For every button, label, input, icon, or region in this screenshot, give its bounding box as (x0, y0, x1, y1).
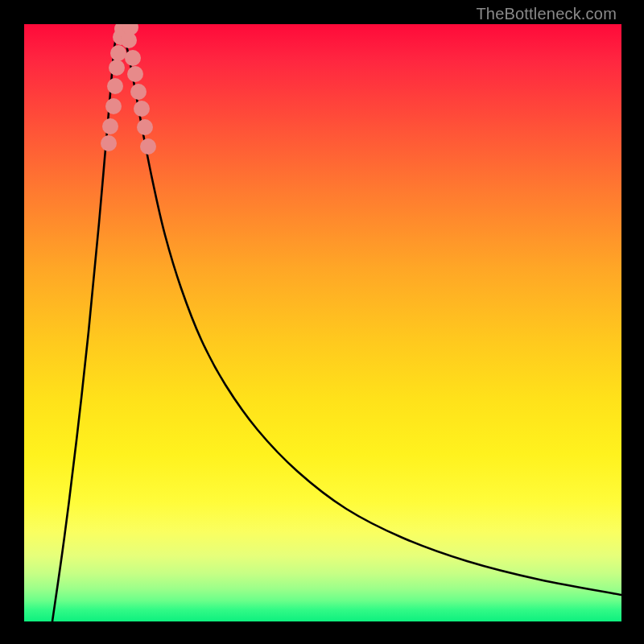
marker-dot (107, 78, 123, 94)
marker-dot (109, 60, 125, 76)
marker-dot (105, 98, 122, 114)
watermark-text: TheBottleneck.com (476, 5, 617, 23)
marker-dot (137, 119, 153, 135)
curve-right-branch (121, 27, 622, 595)
marker-dot (121, 32, 137, 48)
bottleneck-chart (24, 24, 621, 621)
curve-left-branch (52, 27, 121, 621)
chart-svg (24, 24, 621, 621)
marker-dot (134, 101, 150, 117)
marker-dot (140, 138, 156, 155)
marker-dot (102, 118, 118, 134)
marker-dot (101, 135, 117, 151)
marker-dot (127, 66, 143, 82)
marker-dot (130, 84, 147, 100)
data-markers (101, 24, 156, 155)
marker-dot (110, 45, 126, 61)
bottleneck-curves (52, 27, 621, 621)
marker-dot (125, 50, 141, 66)
